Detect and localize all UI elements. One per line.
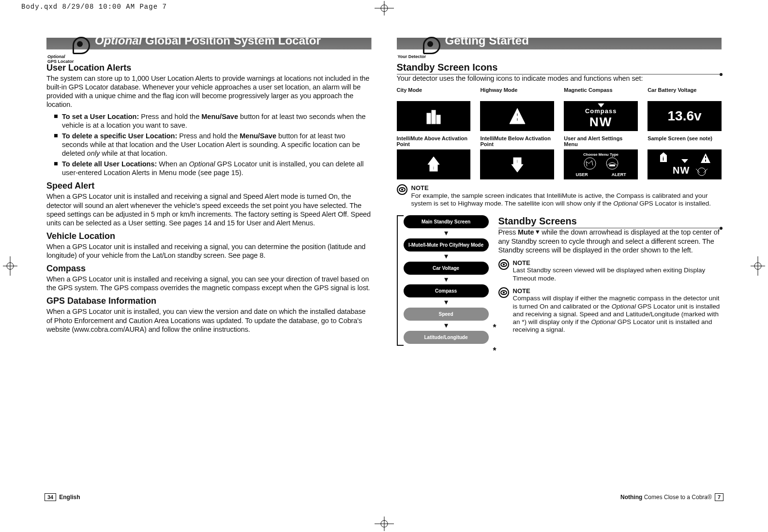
- intellimute-above-icon: i: [397, 149, 471, 179]
- cobra-swirl-icon: [423, 37, 440, 54]
- arrow-down-icon: ▾: [404, 323, 489, 329]
- svg-point-41: [401, 189, 403, 191]
- flow-pill: Speed: [404, 308, 489, 321]
- arrow-down-icon: ▾: [404, 277, 489, 283]
- heading-vehicle-location: Vehicle Location: [46, 231, 372, 241]
- intellimute-below-icon: i: [480, 149, 554, 179]
- flow-pill: Compass: [404, 284, 489, 297]
- svg-point-47: [503, 292, 505, 294]
- arrow-down-icon: ▾: [404, 299, 489, 306]
- list-item: To delete a specific User Location: Pres…: [54, 132, 372, 158]
- svg-marker-29: [660, 152, 667, 155]
- footer-language: English: [59, 494, 80, 501]
- icon-cell-city: City Mode: [397, 88, 471, 131]
- para-compass: When a GPS Locator unit is installed and…: [46, 275, 372, 292]
- flow-pill: Main Standby Screen: [404, 215, 489, 228]
- para-user-location-intro: The system can store up to 1,000 User Lo…: [46, 74, 372, 109]
- cobra-swirl-icon: [73, 37, 90, 54]
- svg-rect-12: [427, 113, 431, 124]
- right-header-caption: Your Detector: [398, 54, 426, 59]
- heading-standby-icons: Standby Screen Icons: [397, 62, 722, 73]
- standby-flow: Main Standby Screen ▾ I-Mute/I-Mute Pro …: [397, 215, 489, 346]
- note-sample-screen: NOTE For example, the sample screen indi…: [397, 184, 722, 207]
- icon-cell-imute-above: IntelliMute Above Activation Point i: [397, 136, 471, 179]
- heading-compass: Compass: [46, 264, 372, 274]
- svg-point-44: [503, 264, 505, 266]
- icon-cell-imute-below: IntelliMute Below Activation Point i: [480, 136, 554, 179]
- left-page: Optional Global Position System Locator …: [34, 19, 384, 503]
- crop-mark-right-icon: [751, 256, 765, 276]
- svg-rect-27: [609, 164, 615, 166]
- highway-mode-icon: [480, 101, 554, 131]
- magnetic-compass-icon: Compass NW: [564, 101, 638, 131]
- arrow-down-icon: ▾: [404, 253, 489, 260]
- svg-marker-20: [428, 157, 439, 164]
- svg-rect-14: [437, 115, 440, 124]
- page-number: 7: [715, 493, 723, 501]
- heading-speed-alert: Speed Alert: [46, 181, 372, 191]
- flow-pill: Car Voltage: [404, 262, 489, 275]
- list-item: To set a User Location: Press and hold t…: [54, 112, 372, 130]
- note-eye-icon: [498, 259, 509, 270]
- note-eye-icon: [397, 184, 407, 195]
- right-header-title: Getting Started: [445, 34, 529, 47]
- icon-grid: City Mode Highway Mode Magnetic Compass …: [397, 88, 722, 179]
- svg-point-26: [606, 158, 618, 169]
- para-speed-alert: When a GPS Locator unit is installed and…: [46, 192, 372, 227]
- icon-cell-user-alert: User and Alert Settings Menu Choose Menu…: [564, 136, 638, 179]
- svg-rect-17: [517, 118, 518, 121]
- flow-pill: Latitude/Longitude: [404, 331, 489, 344]
- crop-mark-top-icon: [375, 1, 394, 15]
- city-mode-icon: [397, 101, 471, 131]
- asterisk-icon: *: [493, 323, 496, 333]
- sample-screen-icon: i NW: [648, 149, 722, 179]
- standby-text: Standby Screens Press Mute ▾ while the d…: [498, 215, 722, 346]
- asterisk-icon: *: [493, 346, 496, 356]
- svg-marker-18: [598, 103, 604, 107]
- svg-text:NW: NW: [673, 165, 690, 176]
- heading-gps-db: GPS Database Information: [46, 296, 372, 306]
- page-number: 34: [45, 493, 56, 501]
- svg-rect-13: [432, 110, 436, 124]
- user-alert-menu-icon: Choose Menu Type USERALERT: [564, 149, 638, 179]
- svg-text:i: i: [663, 156, 664, 162]
- svg-marker-23: [512, 164, 523, 172]
- icon-cell-battery: Car Battery Voltage 13.6v: [648, 88, 722, 131]
- note-last-standby: NOTE Last Standby screen viewed will be …: [498, 259, 722, 282]
- down-triangle-icon: ▾: [536, 227, 540, 236]
- user-location-list: To set a User Location: Press and hold t…: [54, 112, 372, 177]
- flow-pill: I-Mute/I-Mute Pro City/Hwy Mode: [404, 238, 489, 251]
- left-footer: 34 English: [45, 493, 80, 501]
- svg-rect-16: [517, 113, 518, 116]
- left-header-title: Optional Global Position System Locator: [95, 34, 321, 47]
- left-header: Optional Global Position System Locator …: [46, 29, 372, 59]
- list-item: To delete all User Locations: When an Op…: [54, 160, 372, 177]
- right-header: Getting Started Your Detector: [397, 29, 722, 59]
- svg-text:i: i: [516, 158, 518, 164]
- right-footer: Nothing Comes Close to a Cobra® 7: [620, 493, 723, 501]
- note-compass-display: NOTE Compass will display if either the …: [498, 287, 722, 334]
- heading-standby-screens: Standby Screens: [498, 215, 722, 227]
- note-eye-icon: [498, 287, 509, 298]
- heading-user-location-alerts: User Location Alerts: [46, 63, 372, 73]
- svg-text:i: i: [433, 164, 434, 171]
- print-slug: Body.qxd 8/29/08 10:00 AM Page 7: [21, 3, 167, 11]
- svg-rect-34: [705, 160, 706, 162]
- arrow-down-icon: ▾: [404, 230, 489, 236]
- battery-voltage-icon: 13.6v: [648, 101, 722, 131]
- para-gps-db: When a GPS Locator unit is installed, yo…: [46, 307, 372, 333]
- icon-cell-highway: Highway Mode: [480, 88, 554, 131]
- left-header-caption: OptionalGPS Locator: [47, 54, 74, 64]
- svg-point-25: [584, 158, 596, 169]
- icon-cell-sample: Sample Screen (see note) i NW: [648, 136, 722, 179]
- svg-rect-33: [705, 156, 706, 158]
- icon-cell-compass: Magnetic Compass Compass NW: [564, 88, 638, 131]
- svg-marker-31: [681, 159, 688, 163]
- para-vehicle-location: When a GPS Locator unit is installed and…: [46, 242, 372, 260]
- right-page: Getting Started Your Detector Standby Sc…: [384, 19, 735, 503]
- standby-icons-sub: Your detector uses the following icons t…: [397, 74, 722, 83]
- crop-mark-left-icon: [3, 256, 17, 276]
- crop-mark-bottom-icon: [375, 517, 394, 531]
